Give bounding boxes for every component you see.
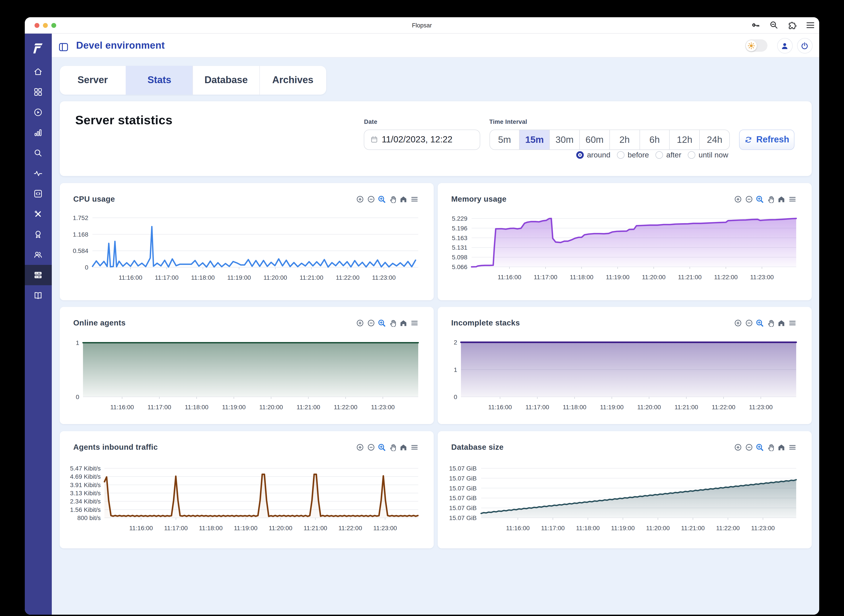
radio-until-now[interactable]: until now xyxy=(688,151,728,160)
theme-toggle[interactable] xyxy=(745,40,767,52)
sidebar-item-play[interactable] xyxy=(25,102,51,122)
chart-toolbar xyxy=(734,443,796,451)
interval-24h[interactable]: 24h xyxy=(699,130,729,149)
menu-icon[interactable] xyxy=(410,319,418,327)
sidebar-item-badge[interactable] xyxy=(25,224,51,244)
sidebar-toggle-icon[interactable] xyxy=(58,42,68,52)
tab-server[interactable]: Server xyxy=(60,66,126,95)
svg-text:11:21:00: 11:21:00 xyxy=(678,273,701,280)
interval-6h[interactable]: 6h xyxy=(639,130,669,149)
page-title: Server statistics xyxy=(75,113,173,127)
pan-icon[interactable] xyxy=(389,195,396,203)
zoom-in-icon[interactable] xyxy=(734,319,742,327)
box-zoom-icon[interactable] xyxy=(378,443,385,451)
tab-archives[interactable]: Archives xyxy=(259,66,326,95)
home-icon[interactable] xyxy=(400,195,407,203)
radio-around[interactable]: around xyxy=(576,151,610,160)
pan-icon[interactable] xyxy=(389,443,396,451)
svg-text:11:16:00: 11:16:00 xyxy=(110,404,134,411)
key-icon[interactable] xyxy=(751,21,760,30)
interval-15m[interactable]: 15m xyxy=(519,130,550,149)
sidebar-item-dashboard[interactable] xyxy=(25,82,51,102)
sidebar-item-users[interactable] xyxy=(25,244,51,265)
tab-stats[interactable]: Stats xyxy=(126,66,193,95)
zoom-out-icon[interactable] xyxy=(745,319,753,327)
zoom-out-icon[interactable] xyxy=(745,195,753,203)
box-zoom-icon[interactable] xyxy=(378,195,385,203)
svg-text:15.07 GiB: 15.07 GiB xyxy=(449,485,476,491)
svg-text:11:22:00: 11:22:00 xyxy=(712,404,735,411)
interval-60m[interactable]: 60m xyxy=(579,130,609,149)
time-interval-label: Time Interval xyxy=(489,118,527,125)
radio-after[interactable]: after xyxy=(656,151,681,160)
sidebar-item-home[interactable] xyxy=(25,61,51,82)
menu-icon[interactable] xyxy=(788,195,796,203)
box-zoom-icon[interactable] xyxy=(756,319,763,327)
zoom-in-icon[interactable] xyxy=(356,319,364,327)
home-icon[interactable] xyxy=(778,195,785,203)
extensions-icon[interactable] xyxy=(787,21,797,30)
zoom-in-icon[interactable] xyxy=(734,443,742,451)
home-icon[interactable] xyxy=(778,443,785,451)
pan-icon[interactable] xyxy=(767,319,774,327)
home-icon[interactable] xyxy=(400,319,407,327)
date-value: 11/02/2023, 12:22 xyxy=(382,135,453,145)
svg-text:0: 0 xyxy=(453,393,457,400)
book-icon xyxy=(34,290,43,300)
zoom-out-icon[interactable] xyxy=(367,443,375,451)
zoom-in-icon[interactable] xyxy=(356,195,364,203)
svg-text:3.13 Kibit/s: 3.13 Kibit/s xyxy=(70,490,100,496)
zoom-out-icon[interactable] xyxy=(367,319,375,327)
flopsar-logo-icon[interactable] xyxy=(31,41,45,55)
interval-12h[interactable]: 12h xyxy=(669,130,700,149)
zoom-in-icon[interactable] xyxy=(734,195,742,203)
menu-icon[interactable] xyxy=(410,195,418,203)
pan-icon[interactable] xyxy=(767,443,774,451)
radio-before[interactable]: before xyxy=(617,151,649,160)
sidebar-item-tools[interactable] xyxy=(25,204,51,224)
box-zoom-icon[interactable] xyxy=(378,319,385,327)
activity-icon xyxy=(34,168,43,178)
svg-text:11:19:00: 11:19:00 xyxy=(606,273,629,280)
radio-after-label: after xyxy=(666,151,681,160)
svg-text:5.163: 5.163 xyxy=(451,235,467,241)
refresh-button[interactable]: Refresh xyxy=(739,129,794,150)
logout-button[interactable] xyxy=(797,38,812,53)
svg-text:11:17:00: 11:17:00 xyxy=(541,525,565,531)
zoom-out-icon[interactable] xyxy=(745,443,753,451)
sidebar-item-servers[interactable] xyxy=(25,265,51,285)
home-icon[interactable] xyxy=(778,319,785,327)
menu-icon[interactable] xyxy=(788,443,796,451)
menu-icon[interactable] xyxy=(788,319,796,327)
sun-icon xyxy=(747,42,755,49)
pan-icon[interactable] xyxy=(389,319,396,327)
browser-menu-icon[interactable] xyxy=(805,21,815,30)
sidebar-item-search[interactable] xyxy=(25,142,51,163)
sidebar-item-activity[interactable] xyxy=(25,163,51,183)
sidebar-item-charts[interactable] xyxy=(25,122,51,142)
zoom-in-icon[interactable] xyxy=(356,443,364,451)
environment-title[interactable]: Devel environment xyxy=(76,34,165,57)
svg-text:11:20:00: 11:20:00 xyxy=(637,404,661,411)
charts-grid: CPU usage 1.7521.1680.584011:16:0011:17:… xyxy=(60,183,812,548)
box-zoom-icon[interactable] xyxy=(756,443,763,451)
home-icon[interactable] xyxy=(400,443,407,451)
tab-database[interactable]: Database xyxy=(193,66,259,95)
main-content: Server Stats Database Archives Server st… xyxy=(51,57,819,615)
pan-icon[interactable] xyxy=(767,195,774,203)
sidebar-item-code[interactable] xyxy=(25,183,51,204)
interval-5m[interactable]: 5m xyxy=(490,130,519,149)
sidebar-item-docs[interactable] xyxy=(25,285,51,305)
box-zoom-icon[interactable] xyxy=(756,195,763,203)
interval-2h[interactable]: 2h xyxy=(609,130,640,149)
chart-card-incomplete-stacks: Incomplete stacks 21011:16:0011:17:0011:… xyxy=(438,307,812,424)
interval-30m[interactable]: 30m xyxy=(549,130,579,149)
menu-icon[interactable] xyxy=(410,443,418,451)
svg-text:11:20:00: 11:20:00 xyxy=(263,274,287,281)
date-input[interactable]: 11/02/2023, 12:22 xyxy=(363,129,480,150)
user-avatar-button[interactable] xyxy=(777,38,793,53)
zoom-out-icon[interactable] xyxy=(367,195,375,203)
svg-text:5.131: 5.131 xyxy=(451,244,467,251)
zoom-out-page-icon[interactable] xyxy=(769,21,779,30)
user-icon xyxy=(780,41,789,50)
